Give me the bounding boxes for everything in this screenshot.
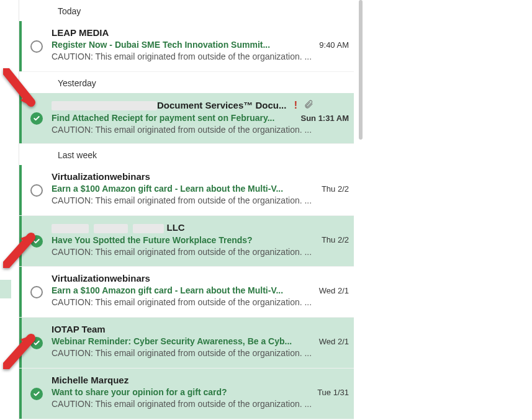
mail-item[interactable]: Michelle Marquez Want to share your opin… (19, 369, 354, 419)
scrollbar-thumb[interactable] (359, 0, 363, 140)
sender-name: LEAP MEDIA (52, 27, 109, 38)
mail-item[interactable]: Virtualizationwebinars Earn a $100 Amazo… (19, 165, 354, 216)
preview-text: CAUTION: This email originated from outs… (52, 399, 349, 409)
redacted-text (94, 224, 128, 233)
mail-item[interactable]: Document Services™ Docu... ! Find Attach… (19, 93, 354, 144)
preview-text: CAUTION: This email originated from outs… (52, 348, 349, 358)
subject: Want to share your opinion for a gift ca… (52, 387, 305, 397)
select-checkbox-checked[interactable] (30, 337, 43, 349)
received-time: Wed 2/1 (310, 337, 349, 346)
select-checkbox[interactable] (30, 40, 43, 53)
check-icon (33, 390, 40, 398)
mail-item[interactable]: Virtualizationwebinars Earn a $100 Amazo… (19, 267, 354, 318)
select-checkbox[interactable] (30, 184, 43, 197)
received-time: Thu 2/2 (310, 184, 349, 194)
select-checkbox[interactable] (30, 286, 43, 298)
redacted-text (52, 101, 157, 110)
group-header-today[interactable]: Today (19, 0, 354, 21)
high-importance-icon: ! (294, 100, 297, 110)
redacted-text (133, 224, 164, 233)
check-icon (33, 339, 40, 347)
subject: Earn a $100 Amazon gift card - Learn abo… (52, 285, 305, 295)
subject: Register Now - Dubai SME Tech Innovation… (52, 40, 305, 50)
preview-text: CAUTION: This email originated from outs… (52, 195, 349, 205)
received-time: Thu 2/2 (310, 235, 349, 244)
sidebar-collapse-nub[interactable] (0, 280, 11, 298)
check-icon (33, 115, 40, 122)
preview-text: CAUTION: This email originated from outs… (52, 125, 349, 135)
select-checkbox-checked[interactable] (30, 112, 43, 125)
select-checkbox-checked[interactable] (30, 388, 43, 400)
received-time: Wed 2/1 (310, 286, 349, 295)
subject: Earn a $100 Amazon gift card - Learn abo… (52, 184, 305, 194)
group-header-lastweek[interactable]: Last week (19, 144, 354, 165)
subject: Have You Spotted the Future Workplace Tr… (52, 235, 305, 245)
subject: Webinar Reminder: Cyber Security Awarene… (52, 336, 305, 346)
subject: Find Attached Reciept for payment sent o… (52, 113, 295, 123)
mail-item[interactable]: LEAP MEDIA Register Now - Dubai SME Tech… (19, 21, 354, 72)
sender-name: Document Services™ Docu... (52, 100, 286, 111)
sender-name: Virtualizationwebinars (52, 171, 150, 182)
redacted-text (52, 224, 89, 233)
mail-item[interactable]: IOTAP Team Webinar Reminder: Cyber Secur… (19, 318, 354, 369)
sender-name: IOTAP Team (52, 324, 106, 334)
received-time: 9:40 AM (310, 40, 349, 50)
sender-name: LLC (52, 222, 185, 233)
group-header-yesterday[interactable]: Yesterday (19, 72, 354, 93)
received-time: Sun 1:31 AM (300, 114, 349, 123)
received-time: Tue 1/31 (310, 388, 349, 397)
message-list: Today LEAP MEDIA Register Now - Dubai SM… (19, 0, 354, 420)
mail-item[interactable]: LLC Have You Spotted the Future Workplac… (19, 216, 354, 267)
preview-text: CAUTION: This email originated from outs… (52, 247, 349, 257)
check-icon (33, 238, 40, 245)
sender-name: Michelle Marquez (52, 375, 128, 385)
select-checkbox-checked[interactable] (30, 235, 43, 248)
preview-text: CAUTION: This email originated from outs… (52, 51, 349, 61)
attachment-icon (304, 99, 313, 111)
preview-text: CAUTION: This email originated from outs… (52, 297, 349, 307)
sender-name: Virtualizationwebinars (52, 273, 150, 284)
